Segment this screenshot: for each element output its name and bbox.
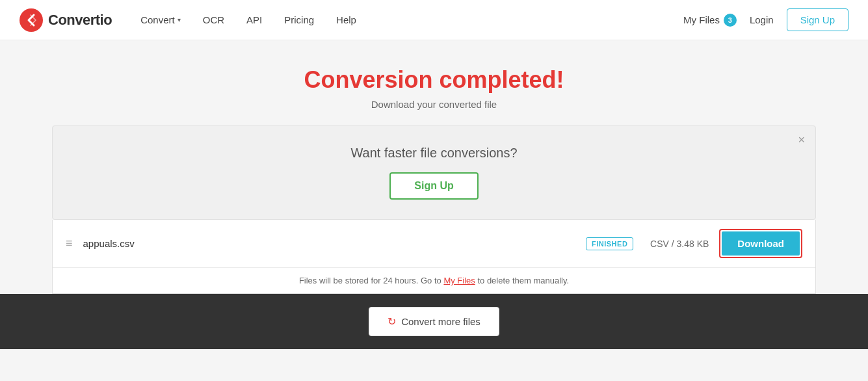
- download-button[interactable]: Download: [722, 231, 800, 256]
- logo-icon: [20, 8, 43, 32]
- header-signup-button[interactable]: Sign Up: [787, 8, 848, 31]
- storage-note: Files will be stored for 24 hours. Go to…: [53, 268, 815, 293]
- nav-api[interactable]: API: [237, 9, 271, 31]
- convert-more-button[interactable]: ↻ Convert more files: [369, 307, 499, 336]
- main-content: Conversion completed! Download your conv…: [0, 40, 868, 381]
- dark-footer-bar: ↻ Convert more files: [0, 294, 868, 349]
- file-row: ≡ appuals.csv FINISHED CSV / 3.48 KB Dow…: [53, 220, 815, 268]
- header-right: My Files 3 Login Sign Up: [683, 8, 848, 31]
- file-size: CSV / 3.48 KB: [644, 239, 709, 249]
- logo-text: Convertio: [48, 12, 112, 29]
- promo-signup-button[interactable]: Sign Up: [389, 172, 478, 200]
- file-section: ≡ appuals.csv FINISHED CSV / 3.48 KB Dow…: [52, 220, 816, 294]
- my-files-link[interactable]: My Files: [443, 276, 475, 285]
- file-menu-icon: ≡: [66, 237, 73, 250]
- nav-ocr[interactable]: OCR: [194, 9, 233, 31]
- login-button[interactable]: Login: [747, 9, 776, 31]
- promo-banner: × Want faster file conversions? Sign Up: [52, 125, 816, 220]
- main-nav: Convert ▾ OCR API Pricing Help: [131, 9, 683, 31]
- close-button[interactable]: ×: [798, 134, 805, 146]
- my-files-button[interactable]: My Files 3: [683, 14, 737, 27]
- svg-point-0: [20, 8, 43, 32]
- download-button-wrapper: Download: [719, 229, 802, 258]
- nav-help[interactable]: Help: [327, 9, 365, 31]
- file-status-badge: FINISHED: [586, 237, 633, 250]
- promo-text: Want faster file conversions?: [66, 146, 802, 161]
- nav-convert[interactable]: Convert ▾: [131, 9, 190, 31]
- conversion-subtitle: Download your converted file: [13, 99, 855, 110]
- conversion-title: Conversion completed!: [13, 66, 855, 94]
- hero-section: Conversion completed! Download your conv…: [0, 60, 868, 125]
- refresh-icon: ↻: [388, 315, 396, 328]
- file-name: appuals.csv: [83, 238, 575, 249]
- chevron-down-icon: ▾: [178, 16, 181, 23]
- nav-pricing[interactable]: Pricing: [275, 9, 323, 31]
- logo[interactable]: Convertio: [20, 8, 112, 32]
- my-files-badge: 3: [724, 14, 737, 27]
- header: Convertio Convert ▾ OCR API Pricing Help…: [0, 0, 868, 40]
